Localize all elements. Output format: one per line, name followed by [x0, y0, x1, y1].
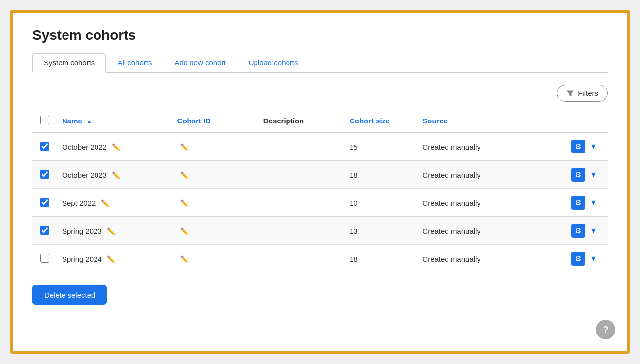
- col-name-label: Name: [62, 117, 82, 125]
- row-name-text: October 2022: [62, 143, 107, 151]
- col-name: Name ▲: [57, 110, 172, 132]
- row-source: Created manually: [417, 245, 547, 273]
- row-cohort-size: 10: [345, 189, 417, 217]
- row-checkbox-2[interactable]: [40, 170, 49, 179]
- edit-cohortid-icon[interactable]: ✏️: [180, 255, 189, 263]
- sort-arrow-icon: ▲: [86, 118, 92, 125]
- row-gear-button[interactable]: ⚙: [571, 140, 585, 153]
- col-source: Source: [417, 110, 547, 132]
- col-cohort-size: Cohort size: [345, 110, 417, 132]
- toolbar: Filters: [32, 85, 608, 102]
- col-select: [32, 110, 57, 132]
- row-name-text: October 2023: [62, 171, 107, 179]
- row-gear-button[interactable]: ⚙: [571, 168, 585, 182]
- row-name: October 2023 ✏️: [57, 161, 172, 189]
- row-expand-button[interactable]: ▾: [589, 168, 598, 181]
- delete-selected-button[interactable]: Delete selected: [32, 285, 107, 305]
- row-cohort-size: 15: [345, 132, 417, 161]
- edit-cohortid-icon[interactable]: ✏️: [180, 199, 189, 207]
- row-gear-button[interactable]: ⚙: [571, 252, 585, 266]
- table-row: Sept 2022 ✏️✏️10Created manually ⚙ ▾: [32, 189, 608, 217]
- row-actions: ⚙ ▾: [547, 161, 608, 189]
- edit-cohortid-icon[interactable]: ✏️: [180, 227, 189, 235]
- row-checkbox-cell: [32, 217, 57, 245]
- row-name-text: Spring 2023: [62, 227, 102, 235]
- edit-cohortid-icon[interactable]: ✏️: [180, 171, 189, 179]
- filters-label: Filters: [578, 89, 598, 97]
- row-source: Created manually: [417, 217, 547, 245]
- row-checkbox-4[interactable]: [40, 226, 49, 235]
- table-row: October 2023 ✏️✏️18Created manually ⚙ ▾: [32, 161, 608, 189]
- row-checkbox-cell: [32, 189, 57, 217]
- main-container: System cohorts System cohorts All cohort…: [10, 10, 630, 354]
- edit-cohortid-icon[interactable]: ✏️: [180, 143, 189, 151]
- row-checkbox-cell: [32, 132, 57, 161]
- row-actions: ⚙ ▾: [547, 132, 608, 161]
- row-actions: ⚙ ▾: [547, 189, 608, 217]
- row-name-text: Spring 2024: [62, 255, 102, 263]
- row-description: [258, 245, 345, 273]
- col-cohort-id: Cohort ID: [172, 110, 258, 132]
- edit-name-icon[interactable]: ✏️: [112, 143, 120, 151]
- tab-navigation: System cohorts All cohorts Add new cohor…: [32, 52, 608, 73]
- row-gear-button[interactable]: ⚙: [571, 224, 585, 238]
- row-checkbox-5[interactable]: [40, 254, 49, 263]
- row-cohort-size: 13: [345, 217, 417, 245]
- tab-system-cohorts[interactable]: System cohorts: [32, 53, 106, 73]
- col-description: Description: [258, 110, 345, 132]
- row-checkbox-cell: [32, 245, 57, 273]
- row-cohort-id: ✏️: [172, 161, 258, 189]
- row-checkbox-cell: [32, 161, 57, 189]
- row-cohort-size: 18: [345, 161, 417, 189]
- col-actions: [547, 110, 608, 132]
- row-source: Created manually: [417, 132, 547, 161]
- row-expand-button[interactable]: ▾: [589, 140, 598, 152]
- edit-name-icon[interactable]: ✏️: [107, 255, 115, 263]
- table-row: Spring 2023 ✏️✏️13Created manually ⚙ ▾: [32, 217, 608, 245]
- select-all-checkbox[interactable]: [40, 116, 49, 124]
- filter-icon: [566, 90, 574, 97]
- row-expand-button[interactable]: ▾: [589, 224, 598, 237]
- row-expand-button[interactable]: ▾: [589, 196, 598, 209]
- row-name: Spring 2024 ✏️: [57, 245, 172, 273]
- row-name: Sept 2022 ✏️: [57, 189, 172, 217]
- table-body: October 2022 ✏️✏️15Created manually ⚙ ▾ …: [32, 132, 608, 273]
- row-description: [258, 189, 345, 217]
- tab-add-new-cohort[interactable]: Add new cohort: [163, 53, 237, 73]
- page-title: System cohorts: [32, 28, 608, 43]
- table-row: Spring 2024 ✏️✏️18Created manually ⚙ ▾: [32, 245, 608, 273]
- row-description: [258, 217, 345, 245]
- row-actions: ⚙ ▾: [547, 217, 608, 245]
- row-name-text: Sept 2022: [62, 199, 96, 207]
- help-button[interactable]: ?: [596, 320, 615, 339]
- row-source: Created manually: [417, 161, 547, 189]
- row-name: Spring 2023 ✏️: [57, 217, 172, 245]
- filters-button[interactable]: Filters: [557, 85, 608, 102]
- tab-all-cohorts[interactable]: All cohorts: [106, 53, 163, 73]
- row-description: [258, 161, 345, 189]
- row-actions: ⚙ ▾: [547, 245, 608, 273]
- row-gear-button[interactable]: ⚙: [571, 196, 585, 210]
- tab-upload-cohorts[interactable]: Upload cohorts: [237, 53, 310, 73]
- row-cohort-id: ✏️: [172, 217, 258, 245]
- row-source: Created manually: [417, 189, 547, 217]
- row-cohort-id: ✏️: [172, 189, 258, 217]
- edit-name-icon[interactable]: ✏️: [112, 171, 120, 179]
- row-checkbox-1[interactable]: [40, 142, 49, 151]
- table-header: Name ▲ Cohort ID Description Cohort size…: [32, 110, 608, 132]
- row-name: October 2022 ✏️: [57, 132, 172, 161]
- row-description: [258, 132, 345, 161]
- row-checkbox-3[interactable]: [40, 198, 49, 207]
- edit-name-icon[interactable]: ✏️: [107, 227, 115, 235]
- edit-name-icon[interactable]: ✏️: [101, 199, 109, 207]
- row-cohort-id: ✏️: [172, 245, 258, 273]
- row-expand-button[interactable]: ▾: [589, 252, 598, 265]
- row-cohort-id: ✏️: [172, 132, 258, 161]
- table-row: October 2022 ✏️✏️15Created manually ⚙ ▾: [32, 132, 608, 161]
- row-cohort-size: 18: [345, 245, 417, 273]
- svg-marker-0: [566, 90, 574, 96]
- cohorts-table: Name ▲ Cohort ID Description Cohort size…: [32, 110, 608, 273]
